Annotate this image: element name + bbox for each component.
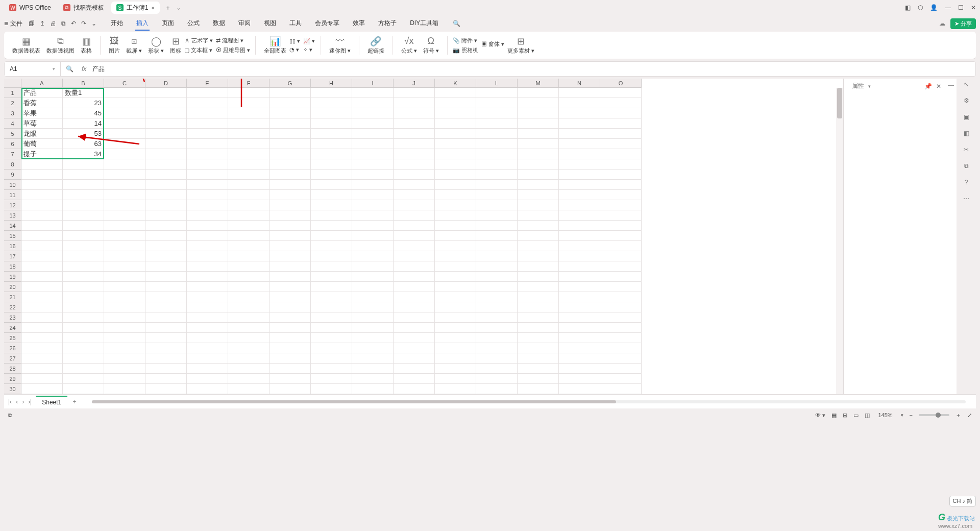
cell[interactable] (145, 231, 187, 241)
print-icon[interactable]: 🖨 (50, 20, 56, 27)
cell[interactable] (104, 323, 145, 333)
cell[interactable] (394, 353, 435, 364)
cell[interactable] (394, 180, 435, 190)
cell[interactable] (435, 302, 476, 312)
icons-button[interactable]: ⊞图标 (167, 36, 184, 55)
cell[interactable] (21, 272, 63, 282)
cell[interactable] (104, 221, 145, 231)
cell[interactable] (270, 118, 311, 129)
cell[interactable] (352, 251, 394, 261)
cell[interactable] (435, 333, 476, 343)
next-sheet-icon[interactable]: › (22, 398, 24, 405)
cell[interactable] (518, 312, 559, 323)
last-sheet-icon[interactable]: ›| (28, 398, 32, 405)
cell[interactable] (187, 149, 228, 159)
cell[interactable] (600, 241, 642, 251)
row-header[interactable]: 15 (4, 231, 21, 241)
cell[interactable] (187, 292, 228, 302)
column-header[interactable]: A (21, 79, 63, 88)
cell[interactable] (104, 261, 145, 272)
menu-tab[interactable]: 会员专享 (314, 17, 340, 31)
cell[interactable] (228, 200, 270, 210)
cell[interactable] (559, 251, 600, 261)
cell[interactable] (311, 261, 352, 272)
cell[interactable] (559, 333, 600, 343)
menu-tab[interactable]: 公式 (186, 17, 201, 31)
cell[interactable] (228, 241, 270, 251)
cell[interactable] (187, 323, 228, 333)
cell[interactable] (352, 231, 394, 241)
cell[interactable] (476, 312, 518, 323)
cell[interactable] (270, 374, 311, 384)
column-header[interactable]: E (187, 79, 228, 88)
cell[interactable] (311, 343, 352, 353)
cell[interactable] (311, 231, 352, 241)
cell[interactable] (352, 312, 394, 323)
cell[interactable] (270, 282, 311, 292)
cell[interactable] (600, 118, 642, 129)
cell[interactable] (104, 374, 145, 384)
cell[interactable] (187, 180, 228, 190)
more-icon[interactable]: ⋯ (963, 195, 969, 202)
cell[interactable] (559, 118, 600, 129)
mindmap-button[interactable]: ⦿ 思维导图 ▾ (216, 46, 250, 54)
cell[interactable] (476, 302, 518, 312)
row-header[interactable]: 12 (4, 200, 21, 210)
cell[interactable] (559, 241, 600, 251)
cell[interactable] (600, 180, 642, 190)
menu-tab[interactable]: 插入 (135, 17, 150, 31)
cell[interactable] (559, 129, 600, 139)
cell[interactable] (104, 312, 145, 323)
cell[interactable] (145, 241, 187, 251)
tools-icon[interactable]: ✂ (964, 146, 969, 153)
row-header[interactable]: 3 (4, 108, 21, 118)
cell[interactable] (394, 241, 435, 251)
cell[interactable] (270, 272, 311, 282)
cell[interactable] (21, 221, 63, 231)
cell[interactable] (435, 292, 476, 302)
cell[interactable] (270, 241, 311, 251)
column-header[interactable]: L (476, 79, 518, 88)
cell[interactable] (104, 384, 145, 394)
cell[interactable] (435, 98, 476, 108)
select-all-corner[interactable] (4, 79, 21, 88)
cell[interactable] (311, 364, 352, 374)
cell[interactable] (187, 108, 228, 118)
cell[interactable] (352, 323, 394, 333)
row-header[interactable]: 16 (4, 241, 21, 251)
cell[interactable] (476, 343, 518, 353)
cell[interactable] (270, 343, 311, 353)
cell[interactable] (559, 272, 600, 282)
cell[interactable] (518, 108, 559, 118)
cell[interactable] (435, 312, 476, 323)
cell[interactable] (311, 210, 352, 221)
cell[interactable] (435, 374, 476, 384)
cell[interactable] (21, 302, 63, 312)
cell[interactable] (21, 364, 63, 374)
cell[interactable] (228, 170, 270, 180)
eye-icon[interactable]: 👁 ▾ (815, 412, 825, 419)
cell[interactable] (518, 364, 559, 374)
cell[interactable] (352, 374, 394, 384)
cell[interactable] (104, 302, 145, 312)
cell[interactable]: 数量1 (63, 88, 104, 98)
cell[interactable] (476, 108, 518, 118)
cell[interactable]: 产品 (21, 88, 63, 98)
cell[interactable] (228, 88, 270, 98)
cell[interactable] (104, 251, 145, 261)
cell[interactable] (435, 180, 476, 190)
cell[interactable] (518, 384, 559, 394)
cell[interactable] (394, 88, 435, 98)
cell[interactable] (559, 149, 600, 159)
cell[interactable] (518, 292, 559, 302)
cell[interactable] (145, 384, 187, 394)
cell[interactable] (311, 170, 352, 180)
cell[interactable] (559, 292, 600, 302)
cell[interactable] (270, 384, 311, 394)
cell[interactable]: 63 (63, 139, 104, 149)
cell[interactable] (435, 159, 476, 170)
cell[interactable] (145, 88, 187, 98)
scatter-chart-icon[interactable]: ⁘ ▾ (303, 46, 315, 53)
cell[interactable] (559, 170, 600, 180)
expand-icon[interactable]: ⤢ (967, 412, 972, 419)
